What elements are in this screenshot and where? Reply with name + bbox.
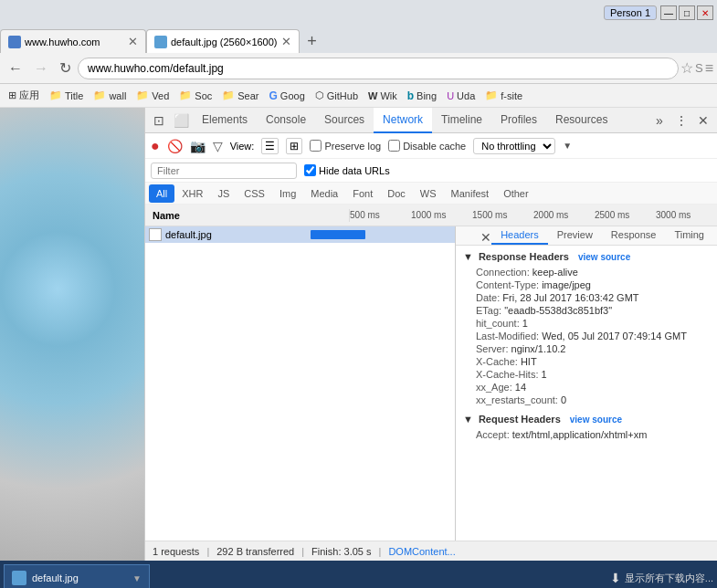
bookmark-bing-label: Bing [416,90,437,101]
bookmark-github[interactable]: ⬡ GitHub [311,88,363,103]
triangle-icon-req: ▼ [463,414,473,425]
type-css-button[interactable]: CSS [237,184,272,203]
tab-resources[interactable]: Resources [546,108,617,133]
taskbar: default.jpg ▼ ⬇ 显示所有下载内容... [0,561,717,588]
header-xx-restarts: xx_restarts_count: 0 [463,394,710,406]
type-media-button[interactable]: Media [303,184,345,203]
record-button[interactable]: ● [151,138,160,154]
table-row[interactable]: default.jpg [145,226,455,243]
type-xhr-button[interactable]: XHR [174,184,210,203]
time-1500: 1500 ms [472,210,533,220]
folder-icon-title: 📁 [49,89,62,101]
tab-timeline[interactable]: Timeline [432,108,491,133]
detail-tab-headers[interactable]: Headers [491,226,548,245]
filter-input[interactable] [151,163,297,179]
view-list-button[interactable]: ☰ [261,138,279,154]
bookmark-wall[interactable]: 📁 wall [89,88,131,103]
reload-button[interactable]: ↻ [55,57,76,79]
tab-huwho[interactable]: www.huwho.com ✕ [0,29,146,53]
type-other-button[interactable]: Other [496,184,536,203]
tab-profiles[interactable]: Profiles [491,108,546,133]
device-mode-button[interactable]: ⬜ [171,110,191,131]
download-icon: ⬇ [610,571,621,585]
preserve-log-label[interactable]: Preserve log [310,140,381,152]
status-bar: 1 requests | 292 B transferred | Finish:… [145,541,717,561]
detail-tab-timing[interactable]: Timing [665,226,713,245]
tab-elements[interactable]: Elements [193,108,257,133]
devtools-options-bar: ● 🚫 📷 ▽ View: ☰ ⊞ Preserve log Disable c… [145,133,717,159]
type-img-button[interactable]: Img [272,184,303,203]
header-date: Date: Fri, 28 Jul 2017 16:03:42 GMT [463,291,710,304]
preserve-log-checkbox[interactable] [310,140,322,152]
bookmark-title[interactable]: 📁 Title [45,88,88,103]
forward-button[interactable]: → [29,58,53,79]
header-hit-count: hit_count: 1 [463,317,710,330]
type-font-button[interactable]: Font [345,184,380,203]
bookmark-button[interactable]: ☆ [680,59,693,77]
new-tab-button[interactable]: + [300,29,325,53]
filter-button[interactable]: ▽ [213,139,223,153]
notification-text[interactable]: 显示所有下载内容... [625,572,713,585]
detail-tab-preview[interactable]: Preview [548,226,602,245]
dom-content-link[interactable]: DOMContent... [388,546,455,557]
tab-bar: www.huwho.com ✕ default.jpg (2560×1600) … [0,26,717,53]
minimize-button[interactable]: — □ ✕ [660,5,713,20]
bookmark-sear[interactable]: 📁 Sear [217,88,263,103]
header-content-type: Content-Type: image/jpeg [463,278,710,291]
type-manifest-button[interactable]: Manifest [444,184,497,203]
extensions-button[interactable]: S [695,61,703,75]
taskbar-label: default.jpg [32,572,127,583]
bookmark-bing[interactable]: b Bing [403,88,441,104]
bookmark-uda[interactable]: U Uda [442,89,480,103]
bookmark-fsite[interactable]: 📁 f-site [480,88,527,103]
menu-button[interactable]: ≡ [705,60,713,77]
address-input[interactable] [78,58,679,79]
taskbar-item-default-jpg[interactable]: default.jpg ▼ [4,564,150,588]
response-view-source-link[interactable]: view source [578,252,630,262]
request-view-source-link[interactable]: view source [570,415,622,425]
hide-data-urls-label[interactable]: Hide data URLs [304,164,390,176]
triangle-icon: ▼ [463,251,473,262]
bing-icon: b [407,89,414,102]
bookmark-wik[interactable]: W Wik [364,89,402,103]
filter-bar: Hide data URLs [145,159,717,183]
tab-default-jpg[interactable]: default.jpg (2560×1600) ✕ [146,29,300,53]
throttle-select[interactable]: No throttling [473,138,555,154]
bookmark-goog[interactable]: G Goog [265,88,310,104]
header-x-cache-hits: X-Cache-Hits: 1 [463,368,710,381]
bookmark-soc[interactable]: 📁 Soc [174,88,216,103]
disable-cache-checkbox[interactable] [388,140,400,152]
devtools-close-button[interactable]: ✕ [693,110,713,131]
tab-network[interactable]: Network [374,108,432,133]
tab-close-1[interactable]: ✕ [128,35,138,48]
tab-sources[interactable]: Sources [315,108,374,133]
detail-tab-response[interactable]: Response [602,226,666,245]
requests-count: 1 requests [153,546,199,557]
uda-icon: U [447,90,454,101]
bookmark-ved[interactable]: 📁 Ved [132,88,174,103]
type-doc-button[interactable]: Doc [380,184,413,203]
more-tabs-button[interactable]: » [649,110,670,131]
stop-button[interactable]: 🚫 [167,139,183,153]
tab-close-2[interactable]: ✕ [281,35,291,48]
tab-label-1: www.huwho.com [25,37,124,47]
hide-data-urls-checkbox[interactable] [304,164,316,176]
disable-cache-label[interactable]: Disable cache [388,140,466,152]
back-button[interactable]: ← [4,58,27,79]
header-server: Server: nginx/1.10.2 [463,342,710,355]
type-ws-button[interactable]: WS [413,184,444,203]
devtools-settings-button[interactable]: ⋮ [671,110,691,131]
view-table-button[interactable]: ⊞ [286,138,302,154]
type-js-button[interactable]: JS [210,184,237,203]
folder-icon-wall: 📁 [93,89,106,101]
type-all-button[interactable]: All [149,184,174,203]
tab-console[interactable]: Console [257,108,315,133]
bookmark-ved-label: Ved [152,90,169,101]
apps-icon: ⊞ [8,89,16,101]
bookmark-apps[interactable]: ⊞ 应用 [4,87,44,104]
inspect-element-button[interactable]: ⊡ [149,110,169,131]
detail-tabs: ✕ Headers Preview Response Timing [456,226,717,246]
camera-button[interactable]: 📷 [190,139,206,153]
view-label: View: [230,141,255,152]
detail-close-button[interactable]: ✕ [480,230,491,245]
